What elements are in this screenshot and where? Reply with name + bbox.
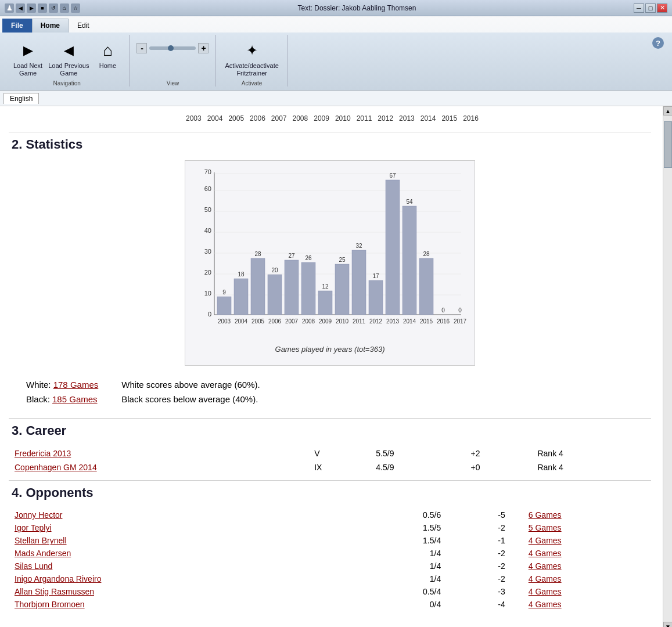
- svg-text:20: 20: [271, 267, 278, 273]
- opponent-games-0[interactable]: 6 Games: [529, 510, 562, 520]
- opponent-games-4[interactable]: 4 Games: [529, 561, 562, 571]
- app-icon: ♟: [5, 3, 14, 13]
- titlebar-icons: ♟ ◀ ▶ ■ ↺ ⌂ ☆: [5, 3, 80, 13]
- zoom-controls: - +: [136, 36, 209, 79]
- load-prev-game-button[interactable]: ◀ Load Previous Game: [46, 38, 91, 79]
- home-button[interactable]: ⌂ Home: [93, 38, 122, 71]
- activate-group-label: Activate: [242, 80, 263, 87]
- opponent-name-4[interactable]: Silas Lund: [15, 561, 52, 571]
- year-2008[interactable]: 2008: [290, 114, 311, 122]
- stop-icon[interactable]: ■: [38, 3, 47, 13]
- zoom-in-button[interactable]: +: [198, 43, 209, 53]
- opponent-name-3[interactable]: Mads Andersen: [15, 549, 71, 558]
- svg-text:2003: 2003: [218, 318, 231, 325]
- load-prev-label: Load Previous Game: [48, 62, 89, 77]
- black-label: Black:: [26, 394, 50, 404]
- black-games-count[interactable]: 185 Games: [52, 394, 98, 404]
- svg-text:50: 50: [204, 206, 211, 213]
- close-button[interactable]: ✕: [657, 3, 667, 13]
- year-navigation: 2003 2004 2005 2006 2007 2008 2009 2010 …: [9, 112, 651, 126]
- white-label: White:: [26, 380, 51, 390]
- load-next-label: Load Next Game: [13, 62, 42, 77]
- opponent-games-7[interactable]: 4 Games: [529, 600, 562, 609]
- year-2013[interactable]: 2013: [396, 114, 418, 122]
- opponent-row-5: Inigo Argandona Riveiro 1/4 -2 4 Games: [9, 572, 651, 585]
- year-2009[interactable]: 2009: [311, 114, 332, 122]
- opponent-name-6[interactable]: Allan Stig Rasmussen: [15, 587, 94, 596]
- opponent-name-2[interactable]: Stellan Brynell: [15, 536, 67, 545]
- tab-home[interactable]: Home: [32, 19, 69, 33]
- nav-back[interactable]: ◀: [16, 3, 25, 13]
- opponent-games-5[interactable]: 4 Games: [529, 574, 562, 583]
- opponent-score-4: 1/4: [362, 560, 458, 572]
- opponents-section: 4. Opponents Jonny Hector 0.5/6 -5 6 Gam…: [9, 485, 651, 611]
- career-link-1[interactable]: Copenhagen GM 2014: [15, 463, 97, 472]
- year-2010[interactable]: 2010: [332, 114, 354, 122]
- year-2015[interactable]: 2015: [439, 114, 460, 122]
- year-2003[interactable]: 2003: [183, 114, 204, 122]
- svg-text:18: 18: [238, 271, 245, 278]
- opponent-diff-1: -2: [458, 521, 523, 534]
- zoom-out-button[interactable]: -: [136, 43, 147, 53]
- activate-label: Activate/deactivate Fritztrainer: [225, 62, 278, 77]
- maximize-button[interactable]: □: [645, 3, 656, 13]
- year-2014[interactable]: 2014: [418, 114, 439, 122]
- svg-text:2004: 2004: [235, 318, 248, 325]
- svg-text:67: 67: [389, 172, 396, 179]
- zoom-slider[interactable]: [149, 46, 196, 50]
- svg-text:0: 0: [208, 311, 211, 318]
- chart-container: 0 10 20 30 40 50 60 70: [185, 160, 475, 366]
- year-2004[interactable]: 2004: [204, 114, 226, 122]
- opponent-name-1[interactable]: Igor Teplyi: [15, 523, 52, 532]
- svg-text:2014: 2014: [403, 318, 416, 325]
- year-2011[interactable]: 2011: [354, 114, 375, 122]
- bookmark-icon[interactable]: ☆: [71, 3, 80, 13]
- minimize-button[interactable]: ─: [634, 3, 644, 13]
- opponents-title: 4. Opponents: [9, 485, 651, 500]
- career-link-0[interactable]: Fredericia 2013: [15, 449, 71, 458]
- opponent-games-1[interactable]: 5 Games: [529, 523, 562, 532]
- scroll-up-button[interactable]: ▲: [663, 106, 672, 116]
- opponent-row-3: Mads Andersen 1/4 -2 4 Games: [9, 547, 651, 560]
- language-tab-english[interactable]: English: [3, 93, 39, 104]
- opponent-row-0: Jonny Hector 0.5/6 -5 6 Games: [9, 509, 651, 521]
- language-bar: English: [0, 91, 672, 106]
- opponent-name-5[interactable]: Inigo Argandona Riveiro: [15, 574, 101, 583]
- svg-text:2007: 2007: [285, 318, 299, 325]
- scrollbar-track: [663, 116, 672, 622]
- nav-fwd[interactable]: ▶: [27, 3, 36, 13]
- help-icon[interactable]: ?: [649, 35, 667, 87]
- year-2012[interactable]: 2012: [375, 114, 396, 122]
- scrollbar-thumb[interactable]: [664, 121, 672, 168]
- svg-rect-20: [234, 279, 248, 315]
- year-2006[interactable]: 2006: [247, 114, 268, 122]
- year-2005[interactable]: 2005: [225, 114, 247, 122]
- svg-text:17: 17: [372, 273, 379, 279]
- opponent-name-7[interactable]: Thorbjorn Bromoen: [15, 600, 85, 609]
- svg-text:2009: 2009: [319, 318, 332, 325]
- zoom-control: - +: [136, 38, 209, 53]
- opponent-games-6[interactable]: 4 Games: [529, 587, 562, 596]
- scroll-down-button[interactable]: ▼: [663, 622, 672, 627]
- svg-text:32: 32: [355, 243, 362, 249]
- load-next-game-button[interactable]: ▶ Load Next Game: [12, 38, 44, 79]
- opponent-games-3[interactable]: 4 Games: [529, 549, 562, 558]
- opponent-row-1: Igor Teplyi 1.5/5 -2 5 Games: [9, 521, 651, 534]
- opponent-score-3: 1/4: [362, 547, 458, 560]
- svg-text:2006: 2006: [268, 318, 282, 325]
- ribbon-group-activate: ✦ Activate/deactivate Fritztrainer Activ…: [216, 35, 288, 87]
- load-next-icon: ▶: [17, 40, 38, 61]
- white-games-count[interactable]: 178 Games: [53, 380, 99, 390]
- refresh-icon[interactable]: ↺: [49, 3, 58, 13]
- tab-file[interactable]: File: [2, 19, 32, 33]
- activate-fritztrainer-button[interactable]: ✦ Activate/deactivate Fritztrainer: [223, 38, 280, 79]
- svg-rect-44: [369, 280, 383, 315]
- home-small-icon[interactable]: ⌂: [60, 3, 69, 13]
- opponent-name-0[interactable]: Jonny Hector: [15, 510, 62, 520]
- tab-edit[interactable]: Edit: [69, 19, 98, 33]
- year-2007[interactable]: 2007: [268, 114, 290, 122]
- opponent-score-1: 1.5/5: [362, 521, 458, 534]
- year-2016[interactable]: 2016: [460, 114, 481, 122]
- svg-text:40: 40: [204, 227, 211, 234]
- opponent-games-2[interactable]: 4 Games: [529, 536, 562, 545]
